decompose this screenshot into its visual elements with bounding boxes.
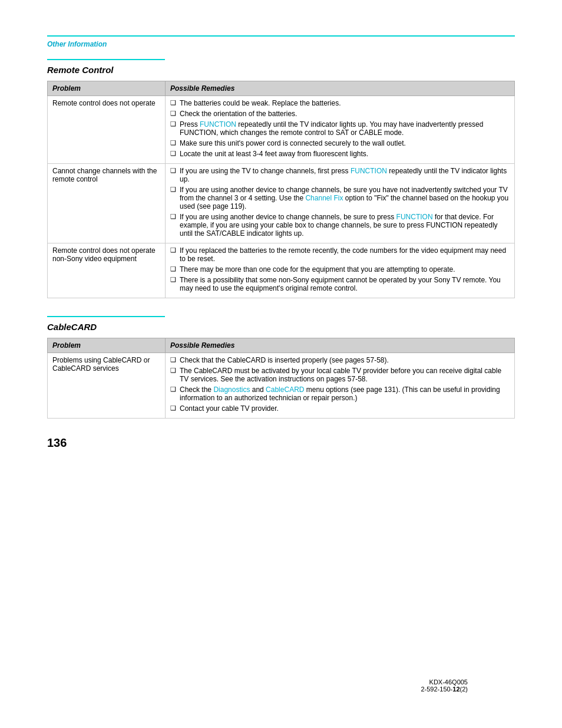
list-item: Check the orientation of the batteries. — [170, 110, 510, 118]
top-rule — [47, 35, 515, 37]
table-row: Problems using CableCARD or CableCARD se… — [48, 353, 515, 419]
page-number: 136 — [47, 436, 515, 450]
remote-control-rule — [47, 59, 165, 60]
rc-header-problem: Problem — [48, 81, 166, 96]
table-row: Remote control does not operate non-Sony… — [48, 243, 515, 298]
table-row: Cannot change channels with the remote c… — [48, 164, 515, 243]
cc-header-problem: Problem — [48, 338, 166, 353]
list-item: Press FUNCTION repeatedly until the TV i… — [170, 120, 510, 137]
problem-cell: Remote control does not operate — [48, 96, 166, 164]
remedies-cell: If you replaced the batteries to the rem… — [166, 243, 515, 298]
cablecard-table: Problem Possible Remedies Problems using… — [47, 338, 515, 419]
problem-cell: Cannot change channels with the remote c… — [48, 164, 166, 243]
footer-reference: KDX-46Q005 2-592-150-12(2) — [421, 678, 468, 693]
list-item: Contact your cable TV provider. — [170, 404, 510, 413]
remote-control-heading: Remote Control — [47, 65, 515, 75]
list-item: Check that the CableCARD is inserted pro… — [170, 356, 510, 364]
problem-cell: Problems using CableCARD or CableCARD se… — [48, 353, 166, 419]
table-row: Remote control does not operateThe batte… — [48, 96, 515, 164]
page-wrapper: Other Information Remote Control Problem… — [47, 35, 515, 716]
footer-ref-line2: 2-592-150-12(2) — [421, 686, 468, 693]
list-item: Locate the unit at least 3-4 feet away f… — [170, 150, 510, 158]
cablecard-rule — [47, 316, 165, 317]
list-item: The CableCARD must be activated by your … — [170, 367, 510, 383]
cablecard-heading: CableCARD — [47, 322, 515, 332]
footer-ref-line1: KDX-46Q005 — [421, 678, 468, 686]
list-item: If you are using another device to chang… — [170, 213, 510, 238]
remedies-cell: If you are using the TV to change channe… — [166, 164, 515, 243]
problem-cell: Remote control does not operate non-Sony… — [48, 243, 166, 298]
list-item: The batteries could be weak. Replace the… — [170, 99, 510, 107]
list-item: There is a possibility that some non-Son… — [170, 276, 510, 292]
section-label: Other Information — [47, 40, 515, 48]
list-item: There may be more than one code for the … — [170, 265, 510, 274]
list-item: Make sure this unit's power cord is conn… — [170, 139, 510, 147]
list-item: Check the Diagnostics and CableCARD menu… — [170, 386, 510, 402]
cc-header-remedies: Possible Remedies — [166, 338, 515, 353]
remedies-cell: The batteries could be weak. Replace the… — [166, 96, 515, 164]
rc-header-remedies: Possible Remedies — [166, 81, 515, 96]
remedies-cell: Check that the CableCARD is inserted pro… — [166, 353, 515, 419]
list-item: If you replaced the batteries to the rem… — [170, 246, 510, 263]
list-item: If you are using the TV to change channe… — [170, 167, 510, 183]
list-item: If you are using another device to chang… — [170, 186, 510, 210]
remote-control-table: Problem Possible Remedies Remote control… — [47, 81, 515, 298]
